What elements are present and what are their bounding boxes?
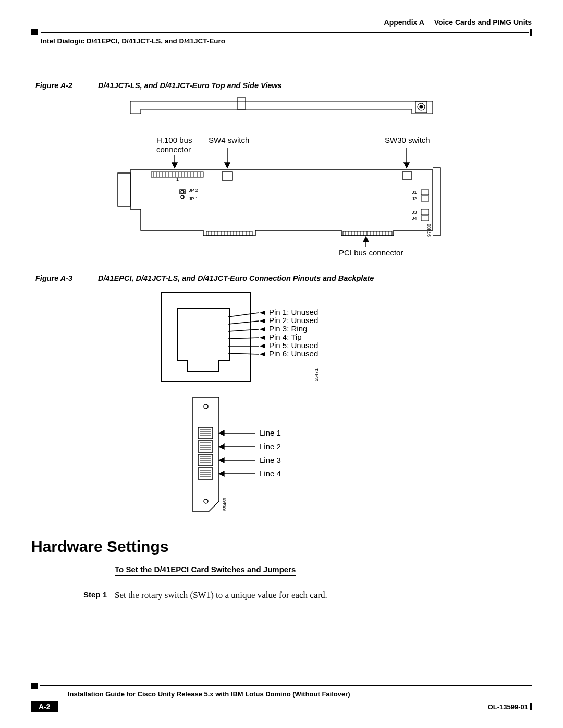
label-j1: J1 <box>412 190 417 195</box>
label-one: 1 <box>176 177 179 182</box>
label-j4: J4 <box>412 216 417 221</box>
svg-marker-5 <box>172 163 177 168</box>
svg-point-84 <box>204 499 208 503</box>
step-1-text: Set the rotary switch (SW1) to a unique … <box>115 590 327 600</box>
label-j3: J3 <box>412 209 417 215</box>
footer-guide: Installation Guide for Cisco Unity Relea… <box>68 690 532 698</box>
svg-marker-79 <box>260 327 265 331</box>
svg-point-16 <box>181 190 184 193</box>
heading-procedure: To Set the D/41EPCI Card Switches and Ju… <box>115 565 296 576</box>
svg-marker-110 <box>219 458 224 463</box>
svg-marker-81 <box>260 344 265 348</box>
heading-hardware-settings: Hardware Settings <box>31 538 532 556</box>
figure-a3-diagram: Pin 1: Unused Pin 2: Unused Pin 3: Ring … <box>31 288 532 517</box>
svg-marker-80 <box>260 336 265 340</box>
svg-point-17 <box>181 195 184 199</box>
svg-marker-106 <box>219 430 224 436</box>
pin-2: Pin 2: Unused <box>269 316 318 325</box>
svg-rect-20 <box>421 196 429 201</box>
doc-id: OL-13599-01 <box>488 703 528 711</box>
section-title: Intel Dialogic D/41EPCI, D/41JCT-LS, and… <box>41 37 532 45</box>
label-j2: J2 <box>412 196 417 201</box>
label-sw30: SW30 switch <box>385 135 430 144</box>
svg-marker-77 <box>260 311 265 315</box>
figure-a3-num: Figure A-3 <box>35 274 98 282</box>
svg-rect-0 <box>237 98 246 109</box>
figure-a3-caption-row: Figure A-3 D/41EPCI, D/41JCT-LS, and D/4… <box>35 274 532 282</box>
svg-point-2 <box>420 105 423 108</box>
svg-rect-15 <box>206 231 252 236</box>
svg-line-76 <box>228 353 259 354</box>
svg-marker-108 <box>219 444 224 449</box>
header-rule <box>31 29 532 36</box>
figure-a2-diagram: H.100 bus connector SW4 switch SW30 swit… <box>31 95 532 262</box>
label-sw4: SW4 switch <box>209 135 249 144</box>
page-number: A-2 <box>31 701 58 712</box>
svg-marker-112 <box>219 471 224 476</box>
line-1: Line 1 <box>260 428 281 437</box>
svg-line-73 <box>228 329 259 331</box>
svg-line-74 <box>228 338 259 339</box>
label-jp2: JP 2 <box>189 188 198 193</box>
pin-5: Pin 5: Unused <box>269 341 318 350</box>
step-1: Step 1 Set the rotary switch (SW1) to a … <box>83 590 532 600</box>
pin-1: Pin 1: Unused <box>269 307 318 316</box>
label-pci: PCI bus connector <box>339 248 403 257</box>
label-h100-1: H.100 bus <box>156 135 192 144</box>
pin-6: Pin 6: Unused <box>269 349 318 358</box>
svg-rect-19 <box>421 190 429 195</box>
figure-a2-caption-row: Figure A-2 D/41JCT-LS, and D/41JCT-Euro … <box>35 81 532 90</box>
svg-rect-22 <box>421 216 429 221</box>
pin-4: Pin 4: Tip <box>269 332 302 341</box>
label-jp1: JP 1 <box>189 196 198 201</box>
line-3: Line 3 <box>260 455 281 464</box>
svg-rect-10 <box>118 173 130 206</box>
svg-rect-21 <box>421 209 429 215</box>
appendix-title: Voice Cards and PIMG Units <box>434 18 532 27</box>
line-2: Line 2 <box>260 442 281 451</box>
svg-line-72 <box>228 321 259 324</box>
step-1-label: Step 1 <box>83 590 115 600</box>
pin-3: Pin 3: Ring <box>269 324 307 333</box>
figure-a2-num: Figure A-2 <box>35 81 98 90</box>
svg-rect-12 <box>222 172 232 180</box>
svg-marker-9 <box>404 163 409 168</box>
svg-marker-24 <box>363 237 369 242</box>
svg-rect-14 <box>343 231 392 236</box>
figure-a2-caption: D/41JCT-LS, and D/41JCT-Euro Top and Sid… <box>98 81 282 90</box>
svg-rect-87 <box>198 454 213 466</box>
page-header: Appendix A Voice Cards and PIMG Units <box>31 18 532 27</box>
svg-rect-86 <box>198 441 213 452</box>
svg-marker-82 <box>260 352 265 356</box>
svg-line-71 <box>228 313 259 317</box>
svg-rect-70 <box>162 293 250 381</box>
img-id-bp: 55469 <box>222 498 227 511</box>
img-id-a2: 97480 <box>426 224 432 237</box>
label-h100-2: connector <box>156 145 191 154</box>
figure-a3-caption: D/41EPCI, D/41JCT-LS, and D/41JCT-Euro C… <box>98 274 374 282</box>
appendix-label: Appendix A <box>384 18 424 27</box>
line-4: Line 4 <box>260 469 281 478</box>
svg-marker-78 <box>260 319 265 323</box>
svg-rect-85 <box>198 427 213 439</box>
page-footer: Installation Guide for Cisco Unity Relea… <box>31 683 532 712</box>
svg-rect-88 <box>198 468 213 479</box>
svg-point-83 <box>204 404 208 409</box>
svg-marker-7 <box>225 163 230 168</box>
img-id-pins: 55471 <box>314 368 319 381</box>
svg-rect-13 <box>402 172 412 179</box>
